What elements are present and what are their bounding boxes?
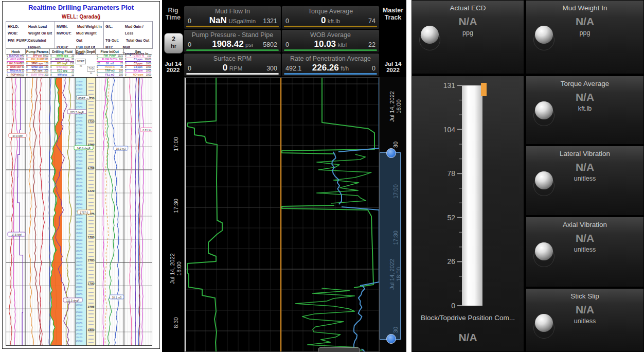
svg-text:1765: 1765 <box>87 166 95 169</box>
time-range-selection[interactable] <box>380 152 401 340</box>
gauge-max: 5802 <box>263 41 277 48</box>
svg-text:2820.0: 2820.0 <box>76 196 83 198</box>
svg-text:2775.0: 2775.0 <box>76 131 83 133</box>
scale-max: 100 <box>119 74 123 76</box>
track-headers: HookPump ParamsDrilling FluidDepthDepthF… <box>6 48 152 55</box>
scale-row-pump: 0SPM1 spm150 <box>25 62 49 66</box>
gauge-wob-average[interactable]: WOB Average 0 10.03 klbf 22 <box>282 30 379 52</box>
scale-row-flow: 0FWI_PUMP1321 <box>96 55 124 58</box>
well-name: WELL: Qaradağ <box>3 14 159 20</box>
svg-text:2905.0: 2905.0 <box>76 318 83 321</box>
scale-row-hook: 0HKLD klbf500 <box>6 58 25 62</box>
svg-text:2867.5: 2867.5 <box>76 264 83 267</box>
block-position-gauge-card[interactable]: 1311047852260 Block/Topdrive Position Co… <box>412 76 524 352</box>
gauge-max: 1321 <box>263 17 277 25</box>
svg-text:2907.5: 2907.5 <box>76 322 83 324</box>
depth-unit-cell: TVD m <box>87 66 95 72</box>
svg-text:2742.5: 2742.5 <box>76 84 83 86</box>
gauge-pump-pressure[interactable]: Pump Pressure - Stand Pipe 0 1908.42 psi… <box>184 30 281 52</box>
gauge-unit: RPM <box>229 65 243 72</box>
gauge-color-bar <box>284 26 377 27</box>
gauge-unit: psi <box>245 42 253 48</box>
scale-max: 100 <box>119 58 123 61</box>
legend-key: TG Out: <box>105 37 126 44</box>
selection-handle-bottom[interactable] <box>386 334 396 344</box>
status-sphere-icon <box>535 242 553 260</box>
time-axis-label: Jul 14, 2022 18:00 <box>169 253 182 284</box>
rig-time-label: Rig Time <box>162 7 184 21</box>
svg-text:2835.0: 2835.0 <box>76 217 83 220</box>
svg-text:2827.5: 2827.5 <box>76 206 83 209</box>
track-header-flow-in-out: Flow In/Out <box>95 48 123 55</box>
svg-text:2842.5: 2842.5 <box>76 228 83 231</box>
gauge-mud-flow-in[interactable]: Mud Flow In 0 NaN USgal/min 1321 <box>184 6 281 29</box>
svg-text:2815.0: 2815.0 <box>76 188 83 191</box>
well-log-plot[interactable]: 2740.02742.52745.02747.52750.02752.52755… <box>6 77 152 346</box>
svg-text:2860.0: 2860.0 <box>76 253 83 256</box>
scale-max: 1321 <box>43 58 48 61</box>
svg-text:2920.0: 2920.0 <box>76 340 83 342</box>
realtime-plot-panel: Realtime Drilling Parameters Plot WELL: … <box>2 1 160 349</box>
time-axis-label: 8:30 <box>173 317 180 328</box>
gauge-surface-rpm[interactable]: Surface RPM 0 0 RPM 300 <box>184 54 281 76</box>
scale-row-gas: 0C2 ppm1000 <box>124 62 152 66</box>
scale-max: 1000 <box>146 62 151 65</box>
svg-text:2887.5: 2887.5 <box>76 293 83 295</box>
gauge-title: Torque Average <box>282 8 379 15</box>
svg-text:111.5 degF: 111.5 degF <box>66 299 79 302</box>
sensor-card-stick-slip[interactable]: Stick SlipN/Aunitless <box>526 288 644 352</box>
master-track[interactable]: Jul 14, 2022 16:003017:0017:30Jul 14, 20… <box>380 77 406 352</box>
svg-text:2812.5: 2812.5 <box>76 185 83 187</box>
scale-label: POOH m <box>96 66 124 68</box>
legend-value: Hook Load <box>28 23 47 30</box>
scale-max: 500 <box>20 58 24 61</box>
svg-text:2845.0: 2845.0 <box>76 232 83 234</box>
sensor-card-actual-ecd[interactable]: Actual ECDN/Appg <box>412 0 524 74</box>
gauge-value: N/A <box>412 331 524 344</box>
svg-text:2800.0: 2800.0 <box>76 167 83 169</box>
legend-col-3: G/L:Mud Gain / LossTG Out:Total Gas OutM… <box>104 22 152 48</box>
gauge-bar <box>462 85 482 306</box>
time-axis-label: 17:30 <box>173 199 180 213</box>
track-header-drilling-fluid: Drilling Fluid <box>49 48 75 55</box>
legend-value: Mud Weight Out <box>76 30 102 44</box>
date-label-left: Jul 14 2022 <box>162 61 184 73</box>
gauge-rop-average[interactable]: Rate of Penetration Average 492.1 226.26… <box>282 54 379 76</box>
legend-row: MWOUT:Mud Weight Out <box>57 30 102 44</box>
time-interval-button[interactable]: 2 hr <box>164 33 183 54</box>
sensor-card-mud-weight-in[interactable]: Mud Weight InN/Appg <box>526 0 644 74</box>
sensor-card-torque-average[interactable]: Torque AverageN/Akft.lb <box>526 76 644 145</box>
legend-row: MWIN:Mud Weight In <box>57 23 102 30</box>
scale-row-fluid: 0MWIN ppg20 <box>49 55 75 58</box>
svg-text:37.9 klbf: 37.9 klbf <box>12 134 23 137</box>
rig-time-chart[interactable] <box>184 77 380 352</box>
gauge-value: 0 <box>321 15 326 25</box>
status-sphere-icon <box>535 314 553 332</box>
gauge-label: Block/Topdrive Position Com... <box>412 314 524 322</box>
scale-row-gas: 0NC4 ppm1000 <box>124 74 152 77</box>
gauge-tick-label: 78 <box>447 169 455 178</box>
legend-key: HKLD: <box>8 23 28 30</box>
svg-text:2755.0: 2755.0 <box>76 102 83 104</box>
sensor-card-lateral-vibration[interactable]: Lateral VibrationN/Aunitless <box>526 146 644 216</box>
scale-row-hook: 0HKLD MAX500 <box>6 62 25 66</box>
svg-text:2895.0: 2895.0 <box>76 304 83 306</box>
scale-label: G/L m3 <box>96 62 124 65</box>
scale-max: 12 <box>71 74 74 76</box>
track-header-pump-params: Pump Params <box>25 48 49 55</box>
gauge-tick-label: 52 <box>447 214 455 222</box>
svg-text:2885.0: 2885.0 <box>76 289 83 292</box>
scale-max: 250 <box>70 66 74 68</box>
gauge-torque-average[interactable]: Torque Average 0 0 kft.lb 74 <box>282 6 379 29</box>
chart-scrollbar[interactable] <box>318 347 360 352</box>
sensor-card-axial-vibration[interactable]: Axial VibrationN/Aunitless <box>526 217 644 287</box>
legend-value: Weight On Bit <box>28 30 52 37</box>
scale-row-fluid: 0MTO degF250 <box>49 66 75 69</box>
scale-row-flow: 0POOH m30 <box>96 66 124 69</box>
svg-text:1790: 1790 <box>87 282 95 285</box>
selection-handle-top[interactable] <box>386 148 396 158</box>
legend-row: HKLD:Hook Load <box>8 23 53 30</box>
svg-text:2917.5: 2917.5 <box>76 336 83 339</box>
svg-text:2882.5: 2882.5 <box>76 286 83 288</box>
svg-text:2825.0: 2825.0 <box>76 203 83 205</box>
